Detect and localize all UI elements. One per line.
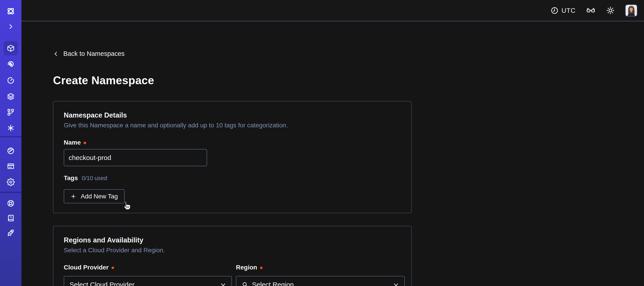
billing-icon [7, 162, 15, 170]
sidebar-expand-button[interactable] [4, 19, 18, 34]
cloud-provider-field-label: Cloud Provider [64, 264, 232, 271]
sidebar-item-cube[interactable] [4, 41, 18, 55]
gauge-icon [7, 147, 15, 155]
topbar: UTC [22, 0, 644, 21]
spiral-icon [7, 60, 15, 68]
cube-icon [7, 44, 15, 52]
layers-icon [7, 92, 15, 101]
chevron-down-icon [220, 281, 226, 286]
back-link-label: Back to Namespaces [63, 50, 124, 57]
timezone-selector[interactable]: UTC [550, 6, 576, 14]
name-label: Name [64, 139, 81, 146]
lifebuoy-icon [7, 199, 15, 207]
sidebar-item-rocket[interactable] [4, 226, 18, 240]
timezone-label: UTC [562, 7, 576, 14]
reader-view-button[interactable] [586, 5, 596, 15]
sidebar-item-layers[interactable] [4, 89, 18, 104]
glasses-icon [586, 5, 596, 15]
chevron-left-icon [53, 51, 59, 57]
region-field: Region Select Region [236, 254, 405, 286]
required-dot [84, 142, 86, 144]
plus-icon [70, 194, 76, 199]
page-title: Create Namespace [53, 74, 644, 87]
name-field-label: Name [64, 139, 401, 146]
card-subtitle: Give this Namespace a name and optionall… [64, 122, 401, 129]
sun-icon [606, 6, 615, 15]
namespace-name-input[interactable] [64, 149, 207, 166]
region-select[interactable]: Select Region [236, 276, 405, 286]
clock-icon [550, 6, 558, 14]
asterisk-icon [7, 124, 15, 132]
sidebar-item-gear[interactable] [4, 175, 18, 189]
avatar [626, 5, 637, 16]
rocket-icon [7, 229, 15, 237]
sidebar-item-logo[interactable] [4, 4, 18, 18]
sidebar-item-asterisk[interactable] [4, 121, 18, 135]
region-label: Region [236, 264, 257, 271]
search-icon [242, 281, 248, 286]
card-title: Namespace Details [64, 111, 401, 119]
gear-icon [7, 178, 15, 186]
back-to-namespaces-link[interactable]: Back to Namespaces [53, 50, 124, 57]
timer-icon [7, 76, 15, 84]
sidebar [0, 0, 22, 286]
sidebar-item-book[interactable] [4, 211, 18, 225]
sidebar-item-gauge[interactable] [4, 144, 18, 158]
tags-used-counter: 0/10 used [82, 175, 107, 182]
required-dot [112, 267, 114, 269]
cloud-provider-placeholder: Select Cloud Provider [70, 281, 134, 286]
cloud-provider-label: Cloud Provider [64, 264, 109, 271]
sidebar-item-lifebuoy[interactable] [4, 196, 18, 211]
theme-toggle-button[interactable] [606, 6, 615, 15]
sidebar-item-billing[interactable] [4, 159, 18, 173]
provider-region-grid: Cloud Provider Select Cloud Provider Reg… [64, 254, 401, 286]
regions-availability-card: Regions and Availability Select a Cloud … [53, 226, 412, 286]
add-new-tag-button[interactable]: Add New Tag [64, 189, 124, 203]
cloud-provider-field: Cloud Provider Select Cloud Provider [64, 254, 232, 286]
card-subtitle: Select a Cloud Provider and Region. [64, 247, 401, 254]
sidebar-divider [0, 192, 22, 193]
cloud-provider-select[interactable]: Select Cloud Provider [64, 276, 232, 286]
book-sparkles-icon [7, 214, 15, 222]
tags-field-label: Tags 0/10 used [64, 175, 401, 182]
sidebar-item-branch[interactable] [4, 105, 18, 119]
temporal-logo [6, 6, 16, 16]
main-content: Back to Namespaces Create Namespace Name… [22, 22, 644, 286]
user-menu-button[interactable] [625, 4, 637, 16]
sidebar-item-spiral[interactable] [4, 57, 18, 71]
add-new-tag-label: Add New Tag [81, 193, 118, 200]
sidebar-item-timer[interactable] [4, 73, 18, 88]
tags-label: Tags [64, 175, 78, 182]
namespace-details-card: Namespace Details Give this Namespace a … [53, 101, 412, 213]
branch-icon [7, 108, 15, 116]
sidebar-divider [0, 137, 22, 137]
chevron-down-icon [393, 281, 399, 286]
chevron-right-icon [8, 23, 14, 30]
required-dot [260, 267, 262, 269]
region-placeholder: Select Region [252, 281, 294, 286]
card-title: Regions and Availability [64, 236, 401, 244]
region-field-label: Region [236, 264, 405, 271]
